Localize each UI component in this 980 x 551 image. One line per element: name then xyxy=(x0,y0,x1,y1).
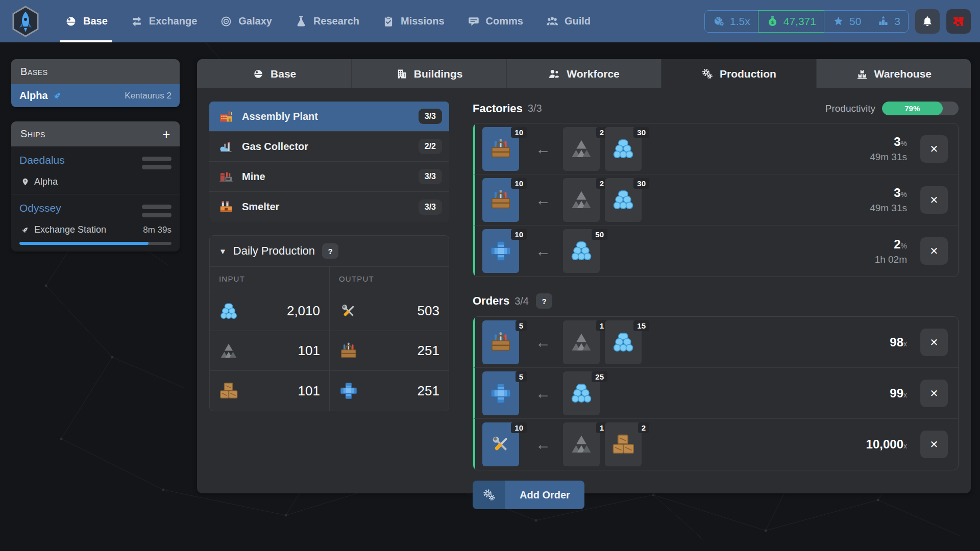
building-count-badge: 2/2 xyxy=(419,139,442,154)
rank-icon xyxy=(877,15,890,28)
input-item-tile[interactable]: 15 xyxy=(605,320,642,364)
gas-resource-icon xyxy=(570,239,593,263)
notifications-button[interactable] xyxy=(915,9,940,34)
input-item-tile[interactable]: 2 xyxy=(563,178,600,222)
input-item-tile[interactable]: 30 xyxy=(605,178,642,222)
tab-workforce[interactable]: Workforce xyxy=(507,59,662,88)
dp-output-cell: 503 xyxy=(329,291,449,331)
gas-resource-icon[interactable] xyxy=(219,302,238,321)
guild-icon xyxy=(546,15,559,28)
dp-input-cell: 2,010 xyxy=(210,291,329,331)
add-order-button[interactable]: Add Order xyxy=(473,481,584,509)
ship-name: Daedalus xyxy=(19,154,65,166)
tab-warehouse[interactable]: Warehouse xyxy=(817,59,971,88)
ship-name: Odyssey xyxy=(19,202,61,214)
output-item-tile[interactable]: 10 xyxy=(482,422,519,466)
input-item-tile[interactable]: 2 xyxy=(605,422,642,466)
left-arrow-icon: ← xyxy=(535,242,551,260)
orders-count: 3/4 xyxy=(514,295,529,307)
tab-production[interactable]: Production xyxy=(662,59,816,88)
output-item-tile[interactable]: 10 xyxy=(482,178,519,222)
input-item-tile[interactable]: 1 xyxy=(563,422,600,466)
orders-header: Orders 3/4 ? xyxy=(473,293,959,309)
tab-buildings[interactable]: Buildings xyxy=(352,59,506,88)
building-list: Assembly Plant 3/3 Gas Collector 2/2 Min… xyxy=(209,102,449,222)
app-badge-button[interactable] xyxy=(946,9,971,34)
building-count-badge: 3/3 xyxy=(419,169,442,184)
nav-item-comms[interactable]: Comms xyxy=(456,0,534,42)
daily-production-panel: ▼ Daily Production ? INPUT OUTPUT 2,010 … xyxy=(209,235,449,411)
ship-row-daedalus[interactable]: Daedalus Alpha xyxy=(11,146,180,194)
building-row-gas-collector[interactable]: Gas Collector 2/2 xyxy=(209,132,449,162)
left-arrow-icon: ← xyxy=(535,334,551,351)
nav-item-research[interactable]: Research xyxy=(283,0,371,42)
dp-output-cell: 251 xyxy=(329,371,449,411)
time-remaining: 49m 31s xyxy=(870,152,907,163)
building-row-smelter[interactable]: Smelter 3/3 xyxy=(209,192,449,222)
nav-item-exchange[interactable]: Exchange xyxy=(119,0,208,42)
input-item-tile[interactable]: 50 xyxy=(563,229,600,273)
planks-resource-icon[interactable] xyxy=(219,381,238,400)
cargo-bar xyxy=(142,157,172,161)
toolbox-resource-icon[interactable] xyxy=(339,341,358,361)
stat-rank[interactable]: 3 xyxy=(869,10,909,33)
tab-base[interactable]: Base xyxy=(197,59,352,88)
progress-percent: 3 xyxy=(894,186,900,199)
ore-resource-icon xyxy=(570,137,593,161)
gas-resource-icon xyxy=(611,331,635,354)
app-logo[interactable] xyxy=(11,6,40,37)
input-column-header: INPUT xyxy=(210,267,329,291)
quantity-unit: x xyxy=(903,391,907,399)
output-item-tile[interactable]: 10 xyxy=(482,229,519,273)
nav-item-base[interactable]: Base xyxy=(53,0,119,42)
nav-label: Galaxy xyxy=(238,15,272,27)
add-ship-button[interactable]: + xyxy=(162,129,170,139)
order-row: 5 ← 1 15 98x ✕ xyxy=(473,317,958,368)
dp-input-value: 2,010 xyxy=(287,303,320,319)
help-button[interactable]: ? xyxy=(322,243,338,259)
cancel-production-button[interactable]: ✕ xyxy=(920,186,948,214)
cancel-order-button[interactable]: ✕ xyxy=(920,431,948,458)
gas-resource-icon xyxy=(611,137,635,161)
ship-gauges xyxy=(142,157,172,169)
base-row-alpha[interactable]: Alpha Kentaurus 2 xyxy=(11,84,180,107)
pipe-resource-icon[interactable] xyxy=(339,381,358,400)
building-row-assembly-plant[interactable]: Assembly Plant 3/3 xyxy=(209,102,449,132)
building-row-mine[interactable]: Mine 3/3 xyxy=(209,162,449,192)
input-item-tile[interactable]: 1 xyxy=(563,320,600,364)
nav-item-missions[interactable]: Missions xyxy=(371,0,456,42)
cancel-production-button[interactable]: ✕ xyxy=(920,237,948,265)
toolbox-resource-icon xyxy=(489,188,512,212)
order-quantity: 99 xyxy=(890,386,903,400)
cancel-order-button[interactable]: ✕ xyxy=(920,380,948,407)
ore-resource-icon[interactable] xyxy=(219,341,238,361)
cancel-order-button[interactable]: ✕ xyxy=(920,329,948,356)
stat-level[interactable]: 50 xyxy=(824,10,869,33)
base-location: Kentaurus 2 xyxy=(125,91,172,101)
quantity-unit: x xyxy=(903,340,907,348)
output-item-tile[interactable]: 5 xyxy=(482,371,519,415)
tools-resource-icon[interactable] xyxy=(339,302,358,321)
dp-output-cell: 251 xyxy=(329,331,449,371)
stat-speed[interactable]: 1.5x xyxy=(704,10,758,33)
input-item-tile[interactable]: 25 xyxy=(563,371,600,415)
orders-title: Orders xyxy=(473,294,509,308)
progress-percent: 3 xyxy=(894,135,900,148)
nav-item-guild[interactable]: Guild xyxy=(534,0,602,42)
output-item-tile[interactable]: 10 xyxy=(482,127,519,171)
nav-item-galaxy[interactable]: Galaxy xyxy=(208,0,283,42)
sidebar: Bases Alpha Kentaurus 2 Ships + Daedalus… xyxy=(11,59,180,266)
input-item-tile[interactable]: 2 xyxy=(563,127,600,171)
cancel-production-button[interactable]: ✕ xyxy=(920,135,948,163)
help-button[interactable]: ? xyxy=(536,293,552,309)
production-left-column: Assembly Plant 3/3 Gas Collector 2/2 Min… xyxy=(209,102,449,509)
daily-production-header[interactable]: ▼ Daily Production ? xyxy=(210,236,449,266)
stats-group: 1.5x $47,371 50 3 xyxy=(704,10,909,33)
tab-label: Base xyxy=(271,68,296,80)
input-item-tile[interactable]: 30 xyxy=(605,127,642,171)
stat-credits[interactable]: $47,371 xyxy=(758,10,824,33)
gas-resource-icon xyxy=(570,382,593,405)
item-count-badge: 30 xyxy=(633,127,649,138)
ship-row-odyssey[interactable]: Odyssey Exchange Station 8m 39s xyxy=(11,194,180,252)
output-item-tile[interactable]: 5 xyxy=(482,320,519,364)
